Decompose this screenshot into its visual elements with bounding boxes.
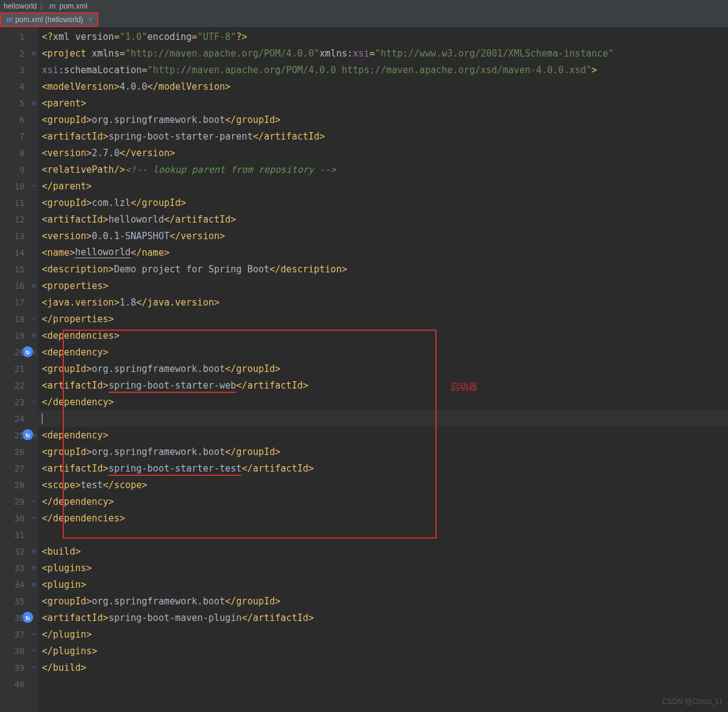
- code-line[interactable]: </plugins>: [38, 643, 728, 659]
- close-icon[interactable]: ×: [88, 15, 92, 24]
- line-number: 34⊟: [0, 576, 38, 593]
- code-line[interactable]: <name>helloworld</name>: [38, 244, 728, 261]
- line-number: 11: [0, 194, 38, 211]
- tab-bar: m pom.xml (helloworld) ×: [0, 12, 728, 27]
- code-area[interactable]: 启动器 <?xml version="1.0" encoding="UTF-8"…: [38, 27, 728, 712]
- line-number: 16⊟: [0, 277, 38, 294]
- code-line[interactable]: </parent>: [38, 178, 728, 194]
- line-number: 4: [0, 78, 38, 95]
- line-number: 29⌐: [0, 493, 38, 510]
- code-line[interactable]: <groupId>com.lzl</groupId>: [38, 194, 728, 211]
- line-number: 15: [0, 261, 38, 277]
- line-number: 14: [0, 244, 38, 261]
- line-number: 27: [0, 460, 38, 477]
- code-line[interactable]: <plugins>: [38, 560, 728, 576]
- line-number: 24: [0, 410, 38, 427]
- line-number: 36: [0, 609, 38, 626]
- line-number: 26: [0, 443, 38, 460]
- code-line[interactable]: <parent>: [38, 95, 728, 111]
- line-number: 1: [0, 28, 38, 45]
- fold-icon[interactable]: ⊟: [32, 349, 36, 355]
- code-line[interactable]: <build>: [38, 543, 728, 560]
- fold-end-icon[interactable]: ⌐: [32, 515, 36, 521]
- code-line[interactable]: <artifactId>spring-boot-starter-parent</…: [38, 128, 728, 144]
- code-line[interactable]: <properties>: [38, 277, 728, 294]
- code-line[interactable]: <plugin>: [38, 576, 728, 593]
- code-line[interactable]: <dependencies>: [38, 327, 728, 344]
- tab-label: pom.xml (helloworld): [15, 15, 84, 24]
- line-number: 35: [0, 593, 38, 609]
- code-editor[interactable]: 12⊟345⊟678910⌐111213141516⊟1718⌐19⊟20⊟21…: [0, 27, 728, 712]
- code-line[interactable]: <project xmlns="http://maven.apache.org/…: [38, 45, 728, 61]
- annotation-label: 启动器: [450, 381, 478, 393]
- code-line[interactable]: </properties>: [38, 311, 728, 327]
- fold-icon[interactable]: ⊟: [32, 581, 36, 588]
- code-line[interactable]: <dependency>: [38, 344, 728, 360]
- code-line[interactable]: <description>Demo project for Spring Boo…: [38, 261, 728, 277]
- code-line[interactable]: <artifactId>helloworld</artifactId>: [38, 211, 728, 227]
- code-line[interactable]: [38, 526, 728, 543]
- code-line[interactable]: <groupId>org.springframework.boot</group…: [38, 593, 728, 609]
- breadcrumb-project[interactable]: helloworld: [4, 2, 37, 10]
- line-number: 12: [0, 211, 38, 227]
- code-line[interactable]: <relativePath/> <!-- lookup parent from …: [38, 161, 728, 178]
- code-line[interactable]: </plugin>: [38, 626, 728, 643]
- code-line[interactable]: <scope>test</scope>: [38, 477, 728, 493]
- line-number: 7: [0, 128, 38, 144]
- code-line[interactable]: </dependencies>: [38, 510, 728, 526]
- code-line[interactable]: </dependency>: [38, 394, 728, 410]
- line-number: 9: [0, 161, 38, 178]
- code-line[interactable]: <groupId>org.springframework.boot</group…: [38, 360, 728, 377]
- code-line[interactable]: <artifactId>spring-boot-maven-plugin</ar…: [38, 609, 728, 626]
- code-line[interactable]: <java.version>1.8</java.version>: [38, 294, 728, 311]
- breadcrumb-file[interactable]: pom.xml: [60, 2, 87, 10]
- code-line[interactable]: </dependency>: [38, 493, 728, 510]
- fold-icon[interactable]: ⊟: [32, 432, 36, 438]
- code-line[interactable]: [38, 676, 728, 692]
- fold-end-icon[interactable]: ⌐: [32, 647, 36, 654]
- line-number: 23⌐: [0, 394, 38, 410]
- line-number: 38⌐: [0, 643, 38, 659]
- fold-end-icon[interactable]: ⌐: [32, 315, 36, 322]
- fold-end-icon[interactable]: ⌐: [32, 664, 36, 671]
- fold-icon[interactable]: ⊟: [32, 548, 36, 555]
- fold-end-icon[interactable]: ⌐: [32, 498, 36, 505]
- fold-icon[interactable]: ⊟: [32, 50, 36, 57]
- code-line[interactable]: <artifactId>spring-boot-starter-test</ar…: [38, 460, 728, 477]
- code-line[interactable]: <groupId>org.springframework.boot</group…: [38, 111, 728, 128]
- code-line[interactable]: <artifactId>spring-boot-starter-web</art…: [38, 377, 728, 394]
- fold-icon[interactable]: ⊟: [32, 332, 36, 339]
- code-line[interactable]: </build>: [38, 659, 728, 676]
- watermark: CSDN @Cristo_LI: [662, 697, 722, 706]
- code-line[interactable]: <version>2.7.0</version>: [38, 144, 728, 161]
- code-line[interactable]: <version>0.0.1-SNAPSHOT</version>: [38, 227, 728, 244]
- fold-end-icon[interactable]: ⌐: [32, 398, 36, 405]
- code-line[interactable]: xsi:schemaLocation="http://maven.apache.…: [38, 61, 728, 78]
- line-number: 33⊟: [0, 560, 38, 576]
- line-number: 3: [0, 61, 38, 78]
- line-number: 6: [0, 111, 38, 128]
- tab-pom-xml[interactable]: m pom.xml (helloworld) ×: [0, 12, 98, 27]
- fold-icon[interactable]: ⊟: [32, 100, 36, 106]
- code-line[interactable]: <modelVersion>4.0.0</modelVersion>: [38, 78, 728, 95]
- line-number: 31: [0, 526, 38, 543]
- code-line[interactable]: [38, 410, 728, 427]
- line-number: 40: [0, 676, 38, 692]
- line-number: 5⊟: [0, 95, 38, 111]
- fold-icon[interactable]: ⊟: [32, 564, 36, 571]
- code-line[interactable]: <groupId>org.springframework.boot</group…: [38, 443, 728, 460]
- line-number: 28: [0, 477, 38, 493]
- line-number: 8: [0, 144, 38, 161]
- maven-icon: m: [6, 15, 13, 24]
- code-line[interactable]: <?xml version="1.0" encoding="UTF-8"?>: [38, 28, 728, 45]
- fold-end-icon[interactable]: ⌐: [32, 183, 36, 189]
- line-number: 22: [0, 377, 38, 394]
- line-number: 20⊟: [0, 344, 38, 360]
- line-number: 10⌐: [0, 178, 38, 194]
- gutter: 12⊟345⊟678910⌐111213141516⊟1718⌐19⊟20⊟21…: [0, 27, 38, 712]
- line-number: 2⊟: [0, 45, 38, 61]
- fold-icon[interactable]: ⊟: [32, 282, 36, 289]
- code-line[interactable]: <dependency>: [38, 427, 728, 443]
- fold-end-icon[interactable]: ⌐: [32, 631, 36, 638]
- breadcrumb: helloworld 〉 m pom.xml: [0, 0, 728, 12]
